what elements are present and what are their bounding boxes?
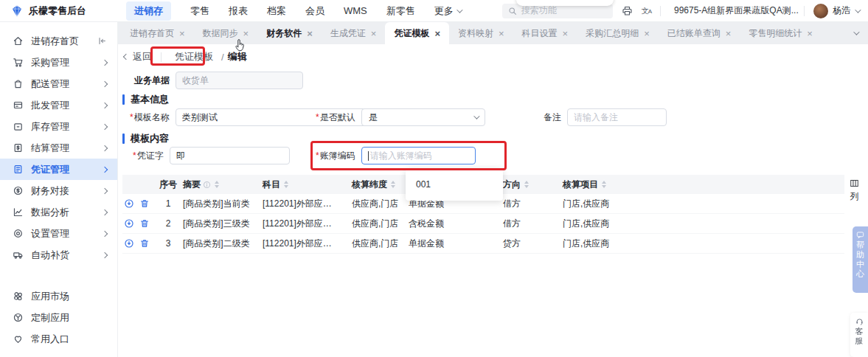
top-menu-wms[interactable]: WMS [344,5,367,16]
cell-subject: [112201]外部应… [261,218,350,230]
header-direction[interactable]: 方向 [501,178,561,191]
top-menu-jxc[interactable]: 进销存 [126,1,171,21]
sidebar-item-home[interactable]: 进销存首页 [0,30,117,52]
tab-jxc-home[interactable]: 进销存首页× [121,22,194,44]
sidebar-item-voucher[interactable]: 凭证管理 [0,159,117,180]
help-center-button[interactable]: 帮助中心 [853,226,868,293]
chevron-right-icon [102,209,108,215]
collapse-sidebar-icon[interactable] [97,36,107,46]
cell-subject: [112201]外部应… [261,198,350,210]
add-row-icon[interactable] [124,218,134,229]
sidebar-item-delivery[interactable]: 配送管理 [0,73,117,94]
columns-icon [850,178,859,188]
remark-label: 备注 [544,111,561,124]
delete-row-icon[interactable] [139,238,150,249]
sidebar-item-custom-app[interactable]: 定制应用 [0,307,117,328]
help-label: 帮助中心 [856,240,864,279]
delete-row-icon[interactable] [139,198,150,209]
cursor-pointer [235,38,247,53]
sidebar-item-app-market[interactable]: 应用市场 [0,285,117,307]
sort-icon[interactable] [524,181,529,188]
add-row-icon[interactable] [124,238,134,249]
sidebar-item-settings[interactable]: 设置管理 [0,223,117,244]
top-menu-bar: 进销存 零售 报表 档案 会员 WMS 新零售 更多 [126,1,461,21]
logo-gem-icon [10,4,24,18]
is-default-label: 是否默认 [320,112,355,122]
chevron-right-icon [102,123,108,129]
close-icon[interactable]: × [179,29,185,38]
tab-voucher-template[interactable]: 凭证模板× [385,22,449,44]
close-icon[interactable]: × [243,29,249,38]
header-dimension[interactable]: 核算纬度 [350,178,407,191]
header-summary[interactable]: 摘要 [181,178,261,191]
app-title: 乐檬零售后台 [29,4,86,18]
heart-icon [13,333,24,344]
close-icon[interactable]: × [371,29,377,38]
close-icon[interactable]: × [807,29,813,38]
sidebar-item-purchase[interactable]: 采购管理 [0,52,117,73]
translate-icon[interactable]: 文A [642,6,651,16]
table-row: 3 [商品类别]二级类 [112201]外部应… 供应商,门店 单据金额 贷方 … [122,234,844,254]
sort-icon[interactable] [215,181,219,188]
chevron-right-icon [102,145,108,150]
print-icon[interactable] [622,5,633,16]
tab-finance-software[interactable]: 财务软件× [257,22,322,44]
sidebar-item-finance[interactable]: 财务对接 [0,180,117,201]
sort-icon[interactable] [602,181,606,188]
tab-data-mapping[interactable]: 资料映射× [449,22,513,44]
top-menu-member[interactable]: 会员 [305,4,324,18]
delete-row-icon[interactable] [139,218,150,229]
tab-data-sync[interactable]: 数据同步× [194,22,258,44]
sidebar-item-wholesale[interactable]: 批发管理 [0,94,117,116]
top-menu-new-retail[interactable]: 新零售 [386,4,415,18]
chevron-down-icon [456,7,462,13]
is-default-select[interactable]: 是 [361,108,485,126]
tab-purchase-summary[interactable]: 采购汇总明细× [577,22,659,44]
sidebar-item-inventory[interactable]: 库存管理 [0,116,117,137]
tab-generate-voucher[interactable]: 生成凭证× [322,22,386,44]
remark-input[interactable] [567,108,667,126]
tab-settled-bills[interactable]: 已结账单查询× [659,22,740,44]
search-icon [508,7,517,15]
column-settings-button[interactable]: 列 [850,178,859,203]
tabs-dropdown-icon[interactable] [853,29,859,35]
sidebar-item-analytics[interactable]: 数据分析 [0,201,117,223]
header-items[interactable]: 核算项目 [561,178,649,191]
voucher-word-input[interactable] [170,147,290,164]
is-default-value: 是 [369,111,378,124]
close-icon[interactable]: × [726,29,732,38]
header-seq: 序号 [155,178,181,191]
remark-field: 备注 [544,108,667,126]
close-icon[interactable]: × [307,29,313,38]
sort-icon[interactable] [391,181,395,188]
tab-retail-detail[interactable]: 零售明细统计× [740,22,822,44]
top-menu-report[interactable]: 报表 [229,4,248,18]
cell-items: 门店,供应商 [561,218,649,230]
service-label: 客服 [855,327,864,346]
business-doc-input [176,72,303,89]
cell-seq: 2 [155,218,181,229]
top-menu-retail[interactable]: 零售 [190,4,209,18]
sidebar-item-favorites[interactable]: 常用入口 [0,328,117,350]
close-icon[interactable]: × [563,29,569,38]
top-menu-archive[interactable]: 档案 [267,4,286,18]
section-basic-info: 基本信息 [122,93,169,106]
header-subject[interactable]: 科目 [261,178,350,191]
sidebar-item-replenish[interactable]: 自动补货 [0,244,117,266]
close-icon[interactable]: × [499,29,504,38]
environment-switcher[interactable]: 99675-A组新界面果蔬版QA测... [670,4,795,17]
highlight-box-book-code [310,141,507,170]
close-icon[interactable]: × [644,29,650,38]
sidebar-item-settlement[interactable]: 结算管理 [0,137,117,159]
sidebar: 进销存首页 采购管理 配送管理 批发管理 库存管理 结算管理 凭证管理 财务对接 [0,22,118,357]
sort-icon[interactable] [284,181,288,188]
top-menu-more[interactable]: 更多 [434,4,461,18]
tab-subject-settings[interactable]: 科目设置× [513,22,577,44]
add-row-icon[interactable] [124,198,134,209]
close-icon[interactable]: × [434,29,440,38]
user-menu[interactable]: 杨浩 [813,4,859,18]
dropdown-option-001[interactable]: 001 [406,179,431,190]
divider [660,6,661,16]
customer-service-button[interactable]: 客服 [850,313,868,357]
back-button[interactable]: 返回 [124,50,152,63]
